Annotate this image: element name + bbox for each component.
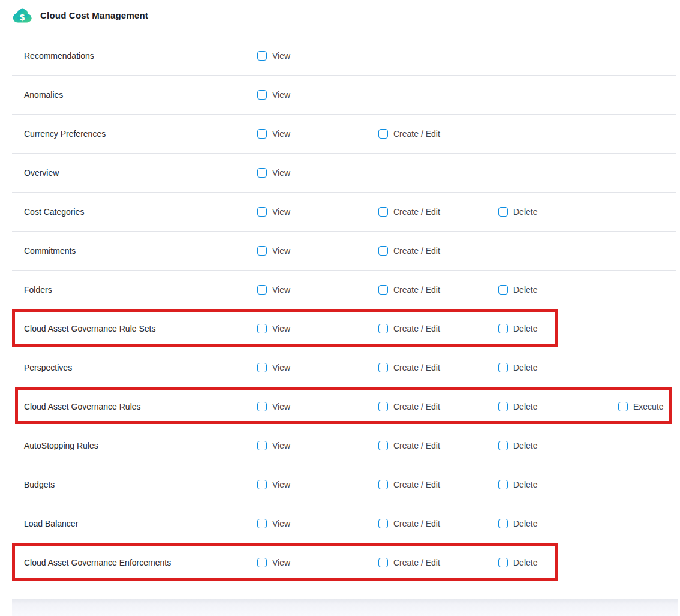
create-edit-checkbox[interactable] bbox=[378, 324, 388, 333]
checkbox-label: Create / Edit bbox=[393, 402, 440, 411]
next-section-strip bbox=[12, 599, 678, 616]
delete-checkbox-cell[interactable]: Delete bbox=[498, 363, 537, 372]
create-edit-checkbox-cell[interactable]: Create / Edit bbox=[378, 129, 440, 139]
permission-category-label: AutoStopping Rules bbox=[24, 441, 98, 450]
checkbox-label: Create / Edit bbox=[393, 519, 440, 528]
view-checkbox[interactable] bbox=[257, 285, 267, 295]
permission-category-label: Folders bbox=[24, 285, 52, 295]
delete-checkbox[interactable] bbox=[498, 402, 508, 411]
delete-checkbox[interactable] bbox=[498, 441, 508, 450]
view-checkbox-cell[interactable]: View bbox=[257, 285, 290, 295]
view-checkbox-cell[interactable]: View bbox=[257, 168, 290, 178]
view-checkbox[interactable] bbox=[257, 324, 267, 333]
checkbox-label: Create / Edit bbox=[393, 480, 440, 489]
create-edit-checkbox[interactable] bbox=[378, 129, 388, 139]
view-checkbox-cell[interactable]: View bbox=[257, 519, 290, 528]
view-checkbox-cell[interactable]: View bbox=[257, 324, 290, 333]
view-checkbox[interactable] bbox=[257, 168, 267, 178]
create-edit-checkbox[interactable] bbox=[378, 285, 388, 295]
permission-category-label: Cloud Asset Governance Rule Sets bbox=[24, 324, 155, 333]
view-checkbox-cell[interactable]: View bbox=[257, 558, 290, 567]
view-checkbox-cell[interactable]: View bbox=[257, 363, 290, 372]
delete-checkbox[interactable] bbox=[498, 285, 508, 295]
view-checkbox[interactable] bbox=[257, 129, 267, 139]
delete-checkbox-cell[interactable]: Delete bbox=[498, 480, 537, 489]
view-checkbox-cell[interactable]: View bbox=[257, 246, 290, 256]
delete-checkbox[interactable] bbox=[498, 519, 508, 528]
checkbox-label: View bbox=[272, 246, 290, 256]
checkbox-label: View bbox=[272, 441, 290, 450]
delete-checkbox-cell[interactable]: Delete bbox=[498, 285, 537, 295]
create-edit-checkbox-cell[interactable]: Create / Edit bbox=[378, 480, 440, 489]
checkbox-label: View bbox=[272, 129, 290, 139]
view-checkbox[interactable] bbox=[257, 441, 267, 450]
create-edit-checkbox-cell[interactable]: Create / Edit bbox=[378, 207, 440, 217]
checkbox-label: Execute bbox=[633, 402, 664, 411]
create-edit-checkbox[interactable] bbox=[378, 246, 388, 256]
create-edit-checkbox[interactable] bbox=[378, 519, 388, 528]
delete-checkbox-cell[interactable]: Delete bbox=[498, 402, 537, 411]
view-checkbox[interactable] bbox=[257, 558, 267, 567]
view-checkbox-cell[interactable]: View bbox=[257, 402, 290, 411]
delete-checkbox[interactable] bbox=[498, 558, 508, 567]
create-edit-checkbox-cell[interactable]: Create / Edit bbox=[378, 324, 440, 333]
checkbox-label: View bbox=[272, 51, 290, 61]
delete-checkbox-cell[interactable]: Delete bbox=[498, 519, 537, 528]
view-checkbox[interactable] bbox=[257, 363, 267, 372]
checkbox-label: View bbox=[272, 207, 290, 217]
checkbox-label: Delete bbox=[513, 207, 537, 217]
create-edit-checkbox-cell[interactable]: Create / Edit bbox=[378, 558, 440, 567]
create-edit-checkbox[interactable] bbox=[378, 207, 388, 217]
checkbox-label: Delete bbox=[513, 402, 537, 411]
permission-row: CommitmentsViewCreate / Edit bbox=[12, 232, 676, 271]
create-edit-checkbox[interactable] bbox=[378, 402, 388, 411]
checkbox-label: View bbox=[272, 168, 290, 178]
view-checkbox-cell[interactable]: View bbox=[257, 51, 290, 61]
view-checkbox[interactable] bbox=[257, 90, 267, 100]
delete-checkbox[interactable] bbox=[498, 480, 508, 489]
view-checkbox[interactable] bbox=[257, 480, 267, 489]
create-edit-checkbox-cell[interactable]: Create / Edit bbox=[378, 441, 440, 450]
create-edit-checkbox-cell[interactable]: Create / Edit bbox=[378, 402, 440, 411]
checkbox-label: View bbox=[272, 90, 290, 100]
checkbox-label: View bbox=[272, 402, 290, 411]
delete-checkbox-cell[interactable]: Delete bbox=[498, 441, 537, 450]
create-edit-checkbox[interactable] bbox=[378, 480, 388, 489]
delete-checkbox[interactable] bbox=[498, 363, 508, 372]
create-edit-checkbox-cell[interactable]: Create / Edit bbox=[378, 519, 440, 528]
delete-checkbox[interactable] bbox=[498, 324, 508, 333]
view-checkbox-cell[interactable]: View bbox=[257, 480, 290, 489]
view-checkbox[interactable] bbox=[257, 207, 267, 217]
create-edit-checkbox-cell[interactable]: Create / Edit bbox=[378, 363, 440, 372]
checkbox-label: Create / Edit bbox=[393, 207, 440, 217]
execute-checkbox[interactable] bbox=[618, 402, 628, 411]
execute-checkbox-cell[interactable]: Execute bbox=[618, 402, 664, 411]
permissions-table: RecommendationsViewAnomaliesViewCurrency… bbox=[12, 37, 676, 582]
view-checkbox[interactable] bbox=[257, 51, 267, 61]
delete-checkbox-cell[interactable]: Delete bbox=[498, 207, 537, 217]
create-edit-checkbox-cell[interactable]: Create / Edit bbox=[378, 246, 440, 256]
checkbox-label: Create / Edit bbox=[393, 324, 440, 333]
view-checkbox-cell[interactable]: View bbox=[257, 441, 290, 450]
checkbox-label: View bbox=[272, 519, 290, 528]
delete-checkbox-cell[interactable]: Delete bbox=[498, 324, 537, 333]
view-checkbox-cell[interactable]: View bbox=[257, 90, 290, 100]
create-edit-checkbox[interactable] bbox=[378, 441, 388, 450]
permission-category-label: Perspectives bbox=[24, 363, 72, 372]
permission-category-label: Cost Categories bbox=[24, 207, 84, 217]
view-checkbox[interactable] bbox=[257, 519, 267, 528]
checkbox-label: Delete bbox=[513, 363, 537, 372]
delete-checkbox-cell[interactable]: Delete bbox=[498, 558, 537, 567]
view-checkbox[interactable] bbox=[257, 402, 267, 411]
checkbox-label: Create / Edit bbox=[393, 441, 440, 450]
checkbox-label: View bbox=[272, 363, 290, 372]
create-edit-checkbox-cell[interactable]: Create / Edit bbox=[378, 285, 440, 295]
view-checkbox-cell[interactable]: View bbox=[257, 207, 290, 217]
view-checkbox-cell[interactable]: View bbox=[257, 129, 290, 139]
create-edit-checkbox[interactable] bbox=[378, 363, 388, 372]
view-checkbox[interactable] bbox=[257, 246, 267, 256]
delete-checkbox[interactable] bbox=[498, 207, 508, 217]
checkbox-label: Create / Edit bbox=[393, 129, 440, 139]
create-edit-checkbox[interactable] bbox=[378, 558, 388, 567]
permission-category-label: Load Balancer bbox=[24, 519, 78, 528]
